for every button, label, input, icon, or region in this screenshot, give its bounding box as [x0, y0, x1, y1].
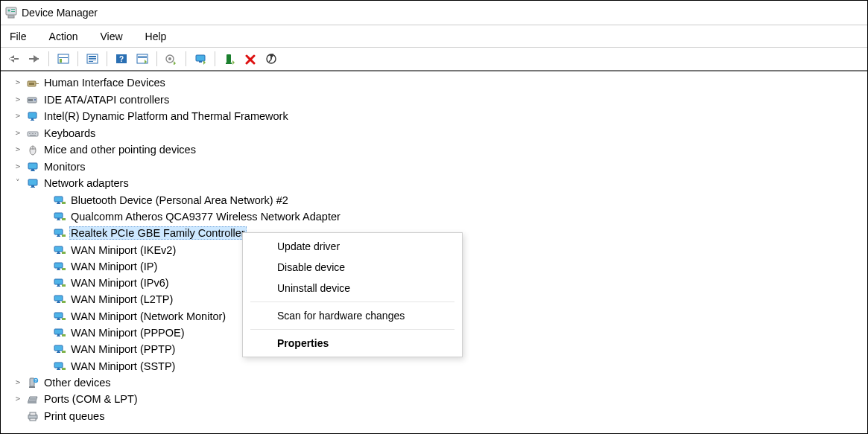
- chevron-right-icon[interactable]: >: [13, 92, 23, 109]
- tree-item-label[interactable]: Qualcomm Atheros QCA9377 Wireless Networ…: [69, 211, 342, 223]
- tree-item-label[interactable]: WAN Miniport (SSTP): [69, 360, 177, 372]
- action-button[interactable]: [133, 51, 152, 67]
- svg-rect-104: [30, 412, 36, 415]
- network-adapter-icon: [53, 210, 66, 223]
- menu-file[interactable]: File: [5, 29, 31, 44]
- tree-item-network-adapter[interactable]: Qualcomm Atheros QCA9377 Wireless Networ…: [34, 208, 867, 225]
- context-menu-separator: [250, 301, 454, 302]
- tree-category-keyboards[interactable]: >Keyboards: [13, 125, 867, 142]
- tree-category-label[interactable]: Other devices: [42, 374, 112, 392]
- tree-category-label[interactable]: Ports (COM & LPT): [42, 391, 139, 408]
- tree-category-label[interactable]: Mice and other pointing devices: [42, 141, 197, 159]
- context-menu: Update driver Disable device Uninstall d…: [242, 232, 463, 357]
- svg-point-100: [33, 398, 34, 400]
- context-menu-separator: [250, 329, 454, 330]
- context-menu-uninstall-device[interactable]: Uninstall device: [243, 278, 462, 299]
- tree-item-label[interactable]: WAN Miniport (PPTP): [69, 343, 177, 355]
- svg-rect-52: [57, 203, 60, 204]
- svg-rect-80: [57, 319, 60, 320]
- context-menu-scan-hardware[interactable]: Scan for hardware changes: [243, 305, 462, 326]
- tree-category-network[interactable]: ˅Network adapters: [13, 175, 867, 192]
- tree-item-label[interactable]: WAN Miniport (PPPOE): [69, 327, 186, 339]
- tree-item-network-adapter[interactable]: Bluetooth Device (Personal Area Network)…: [34, 192, 867, 208]
- mice-icon: [26, 143, 39, 156]
- tree-category-other[interactable]: >?Other devices: [13, 374, 867, 392]
- tree-category-mice[interactable]: >Mice and other pointing devices: [13, 141, 867, 159]
- network-adapter-icon: [53, 342, 66, 356]
- svg-point-19: [168, 57, 171, 60]
- tree-category-printq[interactable]: Print queues: [13, 408, 867, 425]
- network-adapter-icon: [53, 226, 66, 240]
- tree-category-ide[interactable]: >IDE ATA/ATAPI controllers: [13, 92, 867, 109]
- svg-rect-92: [57, 369, 60, 370]
- svg-rect-102: [28, 401, 37, 403]
- toolbar: ?: [1, 48, 867, 71]
- tree-item-label[interactable]: Realtek PCIe GBE Family Controller: [69, 226, 247, 240]
- svg-rect-79: [57, 318, 60, 319]
- network-adapter-icon: [53, 293, 66, 306]
- chevron-right-icon[interactable]: >: [13, 159, 23, 176]
- svg-point-29: [34, 99, 36, 100]
- svg-text:?: ?: [119, 55, 124, 63]
- tree-item-label[interactable]: WAN Miniport (Network Monitor): [69, 310, 227, 322]
- toolbar-separator: [77, 51, 78, 66]
- chevron-right-icon[interactable]: >: [13, 125, 23, 142]
- context-menu-update-driver[interactable]: Update driver: [243, 236, 462, 257]
- tree-category-label[interactable]: Print queues: [42, 408, 106, 425]
- chevron-right-icon[interactable]: >: [13, 74, 23, 92]
- menubar: File Action View Help: [1, 25, 867, 48]
- scan-hardware-button[interactable]: [191, 51, 210, 67]
- svg-rect-89: [62, 351, 66, 353]
- tree-item-label[interactable]: WAN Miniport (L2TP): [69, 293, 174, 305]
- forward-button[interactable]: [25, 51, 44, 67]
- chevron-right-icon[interactable]: >: [13, 391, 23, 408]
- tree-category-label[interactable]: Human Interface Devices: [42, 74, 167, 92]
- svg-rect-20: [196, 55, 205, 61]
- update-driver-button[interactable]: [162, 51, 181, 67]
- menu-help[interactable]: Help: [141, 29, 171, 44]
- svg-rect-21: [199, 61, 202, 63]
- back-button[interactable]: [4, 51, 23, 67]
- tree-item-label[interactable]: WAN Miniport (IKEv2): [69, 244, 177, 256]
- tree-category-label[interactable]: Keyboards: [42, 125, 97, 142]
- tree-category-label[interactable]: IDE ATA/ATAPI controllers: [42, 92, 171, 109]
- svg-rect-45: [31, 169, 34, 170]
- tree-category-intel[interactable]: >Intel(R) Dynamic Platform and Thermal F…: [13, 108, 867, 125]
- svg-point-101: [34, 398, 36, 400]
- tree-category-ports[interactable]: >Ports (COM & LPT): [13, 391, 867, 408]
- device-tree[interactable]: >Human Interface Devices>IDE ATA/ATAPI c…: [1, 71, 867, 433]
- chevron-right-icon[interactable]: >: [13, 374, 23, 392]
- svg-rect-66: [54, 263, 63, 268]
- tree-category-hid[interactable]: >Human Interface Devices: [13, 74, 867, 92]
- uninstall-device-button[interactable]: [241, 51, 260, 67]
- svg-rect-65: [62, 252, 66, 254]
- svg-rect-70: [54, 279, 63, 284]
- tree-item-label[interactable]: WAN Miniport (IP): [69, 261, 159, 272]
- svg-rect-36: [31, 133, 31, 134]
- menu-view[interactable]: View: [95, 29, 127, 44]
- tree-item-label[interactable]: WAN Miniport (IPv6): [69, 277, 171, 289]
- toolbar-separator: [48, 51, 49, 66]
- tree-item-label[interactable]: Bluetooth Device (Personal Area Network)…: [69, 194, 290, 206]
- chevron-right-icon[interactable]: >: [13, 108, 23, 125]
- help-button[interactable]: ?: [112, 51, 131, 67]
- tree-category-label[interactable]: Intel(R) Dynamic Platform and Thermal Fr…: [42, 108, 290, 125]
- properties-button[interactable]: [83, 51, 102, 67]
- tree-category-label[interactable]: Network adapters: [42, 175, 130, 192]
- chevron-down-icon[interactable]: ˅: [13, 175, 23, 192]
- chevron-right-icon[interactable]: >: [13, 141, 23, 159]
- context-menu-disable-device[interactable]: Disable device: [243, 257, 462, 278]
- svg-rect-88: [57, 352, 60, 353]
- svg-rect-58: [54, 229, 63, 234]
- context-menu-properties[interactable]: Properties: [243, 333, 462, 354]
- tree-item-network-adapter[interactable]: WAN Miniport (SSTP): [34, 357, 867, 374]
- svg-rect-87: [57, 351, 60, 352]
- tree-category-label[interactable]: Monitors: [42, 159, 87, 176]
- enable-device-button[interactable]: [220, 51, 239, 67]
- tree-category-monitors[interactable]: >Monitors: [13, 159, 867, 176]
- disable-device-button[interactable]: [262, 51, 281, 67]
- network-adapter-icon: [53, 276, 66, 290]
- svg-rect-85: [62, 334, 66, 336]
- menu-action[interactable]: Action: [45, 29, 83, 44]
- show-hide-console-tree-button[interactable]: [54, 51, 73, 67]
